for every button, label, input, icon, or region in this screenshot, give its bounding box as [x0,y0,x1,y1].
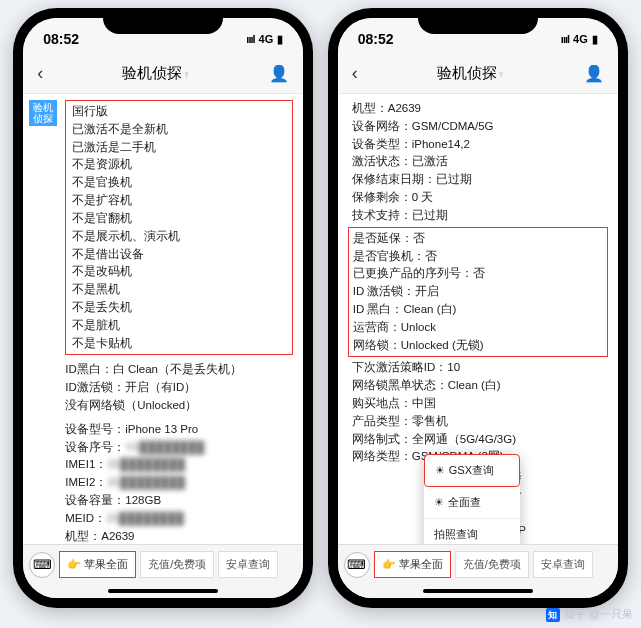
info-row: 设备序号：Y0████████ [65,439,293,457]
info-row: 设备型号：iPhone 13 Pro [65,421,293,439]
query-popup: ☀ GSX查询 ☀ 全面查 拍照查询 重启查询 推荐海报 / 免费查询 [424,454,520,544]
notch [103,8,223,34]
box-line: 不是官翻机 [72,210,286,228]
box-line: 国行版 [72,103,286,121]
box-line: 不是卡贴机 [72,335,286,353]
info-line: 下次激活策略ID：10 [352,359,608,377]
box-line: 运营商：Unlock [353,319,603,337]
phone-left: 08:52 ıııl 4G ▮ ‹ 验机侦探♀ 👤 验机 侦探 国行版已激活不是… [13,8,313,608]
tab-android[interactable]: 安卓查询 [533,551,593,578]
info-line: 保修剩余：0 天 [352,189,608,207]
info-pre: 机型：A2639设备网络：GSM/CDMA/5G设备类型：iPhone14,2激… [352,100,608,225]
box-line: 不是黑机 [72,281,286,299]
box-line: 不是扩容机 [72,192,286,210]
box-line: 不是官换机 [72,174,286,192]
popup-gsx-query[interactable]: ☀ GSX查询 [424,454,520,487]
box-line: 不是展示机、演示机 [72,228,286,246]
home-indicator[interactable] [423,589,533,593]
app-badge: 验机 侦探 [29,100,57,126]
status-right: ıııl 4G ▮ [561,33,598,46]
keyboard-button[interactable]: ⌨ [29,552,55,578]
battery-icon: ▮ [592,33,598,46]
nav-bar: ‹ 验机侦探♀ 👤 [23,54,303,94]
nav-bar: ‹ 验机侦探♀ 👤 [338,54,618,94]
box-line: ID 黑白：Clean (白) [353,301,603,319]
popup-full-query[interactable]: ☀ 全面查 [424,487,520,519]
status-network: 4G [573,33,588,45]
box-line: 不是借出设备 [72,246,286,264]
tab-apple-full[interactable]: 👉 苹果全面 [59,551,136,578]
highlight-box-left: 国行版已激活不是全新机已激活是二手机不是资源机不是官换机不是扩容机不是官翻机不是… [65,100,293,355]
info-line: 购买地点：中国 [352,395,608,413]
box-line: 网络锁：Unlocked (无锁) [353,337,603,355]
info-line: 机型：A2639 [352,100,608,118]
info-line: 技术支持：已过期 [352,207,608,225]
tab-recharge[interactable]: 充值/免费项 [455,551,529,578]
box-line: 是否延保：否 [353,230,603,248]
home-bar [338,584,618,598]
watermark: 知 知乎 @一只果 [546,607,633,622]
box-line: 已激活不是全新机 [72,121,286,139]
info-row: 设备容量：128GB [65,492,293,510]
sun-icon: ☀ [435,462,445,479]
page-title: 验机侦探♀ [437,64,505,83]
info-row: 机型：A2639 [65,528,293,544]
info-line: ID黑白：白 Clean（不是丢失机） [65,361,293,379]
bottom-tabs: ⌨ 👉 苹果全面 充值/免费项 安卓查询 [338,544,618,584]
info-line: 设备网络：GSM/CDMA/5G [352,118,608,136]
info-line: 激活状态：已激活 [352,153,608,171]
info-row: IMEI2：35████████ [65,474,293,492]
screen: 08:52 ıııl 4G ▮ ‹ 验机侦探♀ 👤 机型：A2639设备网络：G… [338,18,618,598]
zhihu-icon: 知 [546,608,560,622]
home-indicator[interactable] [108,589,218,593]
info-block-1: ID黑白：白 Clean（不是丢失机）ID激活锁：开启（有ID）没有网络锁（Un… [65,361,293,414]
phone-right: 08:52 ıııl 4G ▮ ‹ 验机侦探♀ 👤 机型：A2639设备网络：G… [328,8,628,608]
info-row: MEID：35████████ [65,510,293,528]
bottom-tabs: ⌨ 👉 苹果全面 充值/免费项 安卓查询 [23,544,303,584]
box-line: 不是脏机 [72,317,286,335]
info-post: 下次激活策略ID：10网络锁黑单状态：Clean (白)购买地点：中国产品类型：… [352,359,608,466]
popup-photo-query[interactable]: 拍照查询 [424,519,520,544]
info-row: IMEI1：35████████ [65,456,293,474]
box-line: 是否官换机：否 [353,248,603,266]
highlight-box-right: 是否延保：否是否官换机：否已更换产品的序列号：否ID 激活锁：开启ID 黑白：C… [348,227,608,358]
back-button[interactable]: ‹ [352,63,358,84]
status-time: 08:52 [43,31,79,47]
status-time: 08:52 [358,31,394,47]
box-line: ID 激活锁：开启 [353,283,603,301]
box-line: 不是丢失机 [72,299,286,317]
notch [418,8,538,34]
box-line: 不是改码机 [72,263,286,281]
status-right: ıııl 4G ▮ [246,33,283,46]
status-network: 4G [259,33,274,45]
info-line: 网络锁黑单状态：Clean (白) [352,377,608,395]
box-line: 不是资源机 [72,156,286,174]
home-bar [23,584,303,598]
signal-icon: ıııl [561,33,569,45]
back-button[interactable]: ‹ [37,63,43,84]
profile-icon[interactable]: 👤 [269,64,289,83]
box-line: 已激活是二手机 [72,139,286,157]
content-left: 验机 侦探 国行版已激活不是全新机已激活是二手机不是资源机不是官换机不是扩容机不… [23,94,303,544]
info-line: 保修结束日期：已过期 [352,171,608,189]
page-title: 验机侦探♀ [122,64,190,83]
tab-recharge[interactable]: 充值/免费项 [140,551,214,578]
content-right: 机型：A2639设备网络：GSM/CDMA/5G设备类型：iPhone14,2激… [338,94,618,544]
info-line: 设备类型：iPhone14,2 [352,136,608,154]
tab-android[interactable]: 安卓查询 [218,551,278,578]
info-line: 产品类型：零售机 [352,413,608,431]
battery-icon: ▮ [277,33,283,46]
screen: 08:52 ıııl 4G ▮ ‹ 验机侦探♀ 👤 验机 侦探 国行版已激活不是… [23,18,303,598]
signal-icon: ıııl [246,33,254,45]
info-line: 网络制式：全网通（5G/4G/3G) [352,431,608,449]
info-block-2: 设备型号：iPhone 13 Pro设备序号：Y0████████IMEI1：3… [65,421,293,544]
keyboard-button[interactable]: ⌨ [344,552,370,578]
info-line: 没有网络锁（Unlocked） [65,397,293,415]
tab-apple-full[interactable]: 👉 苹果全面 [374,551,451,578]
info-line: ID激活锁：开启（有ID） [65,379,293,397]
sun-icon: ☀ [434,494,444,511]
profile-icon[interactable]: 👤 [584,64,604,83]
box-line: 已更换产品的序列号：否 [353,265,603,283]
